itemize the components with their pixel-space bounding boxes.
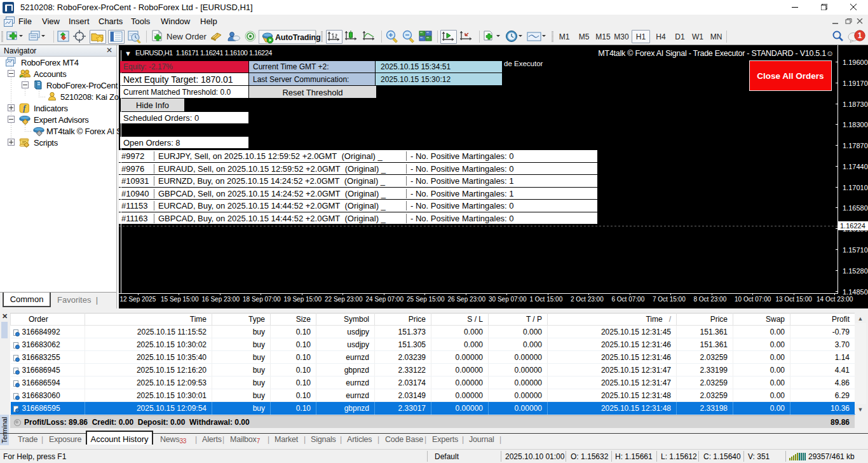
svg-text:1: 1 xyxy=(858,31,862,40)
